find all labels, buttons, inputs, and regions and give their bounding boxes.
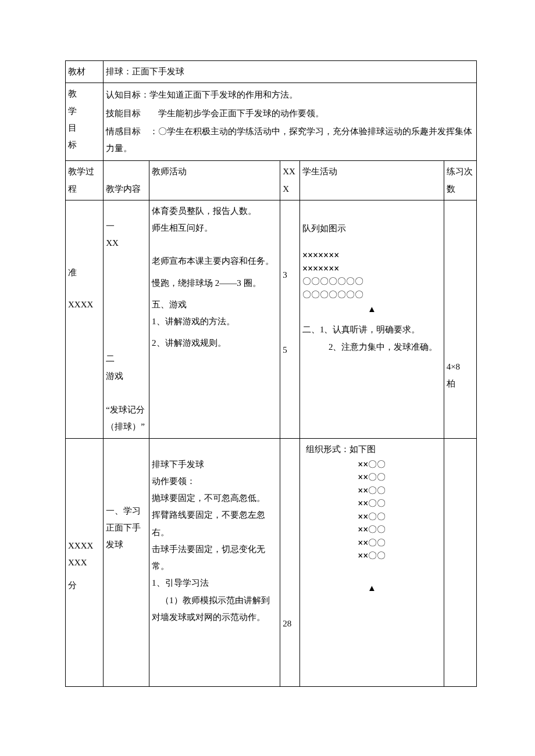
teacher-line: 五、游戏 (152, 296, 277, 313)
table-row-main: XXXX XXX 分 一、学习正面下手发球 排球下手发球 动作要领： 抛球要固定… (66, 438, 477, 687)
cell-material-content: 排球：正面下手发球 (104, 61, 477, 83)
header-process: 教学过 程 (66, 161, 104, 200)
cell-teacher-prep: 体育委员整队，报告人数。 师生相互问好。 老师宣布本课主要内容和任务。 慢跑，绕… (149, 200, 280, 438)
teacher-line: （1）教师模拟示范由讲解到对墙发球或对网的示范动作。 (152, 592, 277, 626)
content-block: 二 游戏 “发球记分（排球）” (106, 350, 147, 435)
label-line: 学 (68, 103, 101, 120)
goal-emotion: 情感目标 ：〇学生在积极主动的学练活动中，探究学习，充分体验排球运动的乐趣并发挥… (106, 123, 474, 157)
header-text: XX (283, 167, 295, 176)
cell-time-prep: 3 5 (280, 200, 300, 438)
lesson-plan-table: 教材 排球：正面下手发球 教 学 目 标 认知目标：学生知道正面下手发球的作用和… (65, 60, 477, 687)
time-value: 28 (283, 615, 297, 632)
student-line: 二、1、认真听讲，明确要求。 (302, 321, 441, 338)
student-line: 2、注意力集中，发球准确。 (302, 339, 441, 356)
teacher-line: 击球手法要固定，切忌变化无常。 (152, 541, 277, 575)
teacher-line: 慢跑，绕排球场 2——3 圈。 (152, 275, 277, 292)
cell-stage-prep: 准 XXXX (66, 200, 104, 438)
formation-row: ××〇〇 (302, 536, 441, 550)
teacher-line: 老师宣布本课主要内容和任务。 (152, 253, 277, 270)
cell-student-main: 组织形式：如下图 ××〇〇 ××〇〇 ××〇〇 ××〇〇 ××〇〇 ××〇〇 ×… (299, 438, 444, 687)
header-student: 学生活动 (299, 161, 444, 200)
triangle-marker: ▲ (302, 580, 441, 597)
formation-row: ××〇〇 (302, 497, 441, 510)
header-time: XX X (280, 161, 300, 200)
teacher-line: 1、引导学习法 (152, 575, 277, 592)
header-text: 练习次 (447, 167, 473, 176)
reps-value: 4×8 柏 (447, 359, 474, 393)
table-row: 教 学 目 标 认知目标：学生知道正面下手发球的作用和方法。 技能目标 学生能初… (66, 83, 477, 161)
cell-content-prep: 一 XX 二 游戏 “发球记分（排球）” (104, 200, 149, 438)
cell-student-prep: 队列如图示 ××××××× ××××××× 〇〇〇〇〇〇〇 〇〇〇〇〇〇〇 ▲ … (299, 200, 444, 438)
formation-row: ××〇〇 (302, 549, 441, 562)
goal-cognitive: 认知目标：学生知道正面下手发球的作用和方法。 (106, 87, 474, 103)
teacher-line: 体育委员整队，报告人数。 (152, 203, 277, 220)
table-row-prep: 准 XXXX 一 XX 二 游戏 “发球记分（排球）” 体育委员整队，报告人数。… (66, 200, 477, 438)
triangle-marker: ▲ (302, 301, 441, 318)
time-value: 5 (283, 342, 297, 359)
cell-time-main: 28 (280, 438, 300, 687)
cell-goals-content: 认知目标：学生知道正面下手发球的作用和方法。 技能目标 学生能初步学会正面下手发… (104, 83, 477, 161)
stage-text: 分 (68, 577, 101, 594)
cell-reps-prep: 4×8 柏 (444, 200, 476, 438)
document-page: 教材 排球：正面下手发球 教 学 目 标 认知目标：学生知道正面下手发球的作用和… (0, 0, 535, 722)
header-text: 教学过 (68, 167, 94, 176)
content-text: 一、学习正面下手发球 (106, 503, 147, 554)
header-teacher: 教师活动 (149, 161, 280, 200)
header-content: 教学内容 (104, 161, 149, 200)
formation-row: ××××××× (302, 262, 441, 275)
formation-row: 〇〇〇〇〇〇〇 (302, 275, 441, 288)
formation-row: ××〇〇 (302, 523, 441, 536)
formation-row: ××××××× (302, 249, 441, 262)
header-reps: 练习次 数 (444, 161, 476, 200)
teacher-line: 排球下手发球 (152, 456, 277, 473)
student-line: 组织形式：如下图 (302, 441, 441, 458)
cell-label-goals: 教 学 目 标 (66, 83, 104, 161)
stage-text: XXXX (68, 296, 101, 313)
teacher-line: 动作要领： (152, 473, 277, 490)
label-line: 标 (68, 137, 101, 153)
stage-text: XXX (68, 554, 101, 571)
teacher-line: 1、讲解游戏的方法。 (152, 313, 277, 330)
stage-text: XXXX (68, 538, 101, 554)
time-value: 3 (283, 267, 297, 284)
label-line: 教 (68, 85, 101, 102)
student-line: 队列如图示 (302, 220, 441, 237)
teacher-line: 2、讲解游戏规则。 (152, 335, 277, 352)
formation-diagram: ××××××× ××××××× 〇〇〇〇〇〇〇 〇〇〇〇〇〇〇 (302, 249, 441, 301)
formation-row: ××〇〇 (302, 484, 441, 497)
header-text: 数 (447, 184, 455, 194)
cell-content-main: 一、学习正面下手发球 (104, 438, 149, 687)
content-block: 一 XX (106, 218, 147, 252)
table-header-row: 教学过 程 教学内容 教师活动 XX X 学生活动 练习次 数 (66, 161, 477, 200)
header-text: 程 (68, 184, 77, 194)
stage-text: 准 (68, 264, 101, 281)
formation-diagram: ××〇〇 ××〇〇 ××〇〇 ××〇〇 ××〇〇 ××〇〇 ××〇〇 ××〇〇 (302, 458, 441, 562)
cell-label-material: 教材 (66, 61, 104, 83)
formation-row: ××〇〇 (302, 458, 441, 471)
table-row: 教材 排球：正面下手发球 (66, 61, 477, 83)
teacher-line: 师生相互问好。 (152, 220, 277, 237)
formation-row: ××〇〇 (302, 510, 441, 524)
header-text: X (283, 184, 289, 194)
cell-stage-main: XXXX XXX 分 (66, 438, 104, 687)
formation-row: ××〇〇 (302, 471, 441, 484)
teacher-line: 挥臂路线要固定，不要忽左忽右。 (152, 507, 277, 541)
cell-reps-main (444, 438, 476, 687)
goal-skill: 技能目标 学生能初步学会正面下手发球的动作要领。 (106, 105, 474, 122)
teacher-line: 抛球要固定，不可忽高忽低。 (152, 490, 277, 507)
cell-teacher-main: 排球下手发球 动作要领： 抛球要固定，不可忽高忽低。 挥臂路线要固定，不要忽左忽… (149, 438, 280, 687)
label-line: 目 (68, 120, 101, 137)
formation-row: 〇〇〇〇〇〇〇 (302, 288, 441, 302)
